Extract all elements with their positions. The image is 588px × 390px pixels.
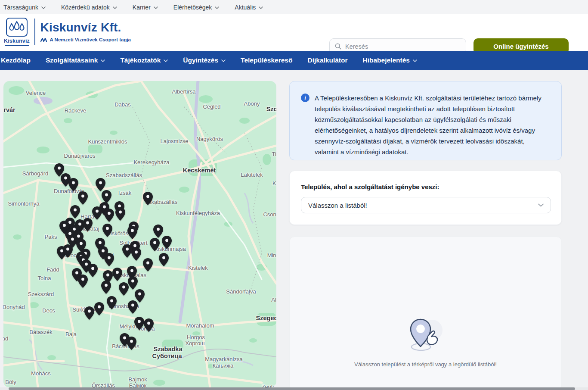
map-pin[interactable] [96,178,105,191]
utility-nav-item-aktu-lis[interactable]: Aktuális [235,4,263,11]
header: Kiskunvíz Kiskunvíz Kft. A Nemzeti Vizmű… [0,14,588,51]
map-pin[interactable] [68,178,78,191]
map-pin[interactable] [128,276,138,290]
map-pin[interactable] [143,258,153,271]
logo-mark: Kiskunvíz [3,18,30,46]
map-base-layers [3,81,276,387]
nv-group-icon [40,38,47,42]
brand-subtitle: A Nemzeti Vizművek Csoport tagja [50,37,131,42]
settlement-select-label: Település, ahol a szolgáltatást igénybe … [301,183,551,190]
map-pin[interactable] [70,205,80,218]
map-pin[interactable] [104,209,114,222]
settlement-select[interactable]: Válasszon a listából! [301,197,551,213]
main-nav: KezdőlapSzolgáltatásainkTájékoztatókÜgyi… [0,51,588,70]
settlement-select-value: Válasszon a listából! [308,202,367,209]
map-pin[interactable] [112,268,122,281]
map-pin[interactable] [84,306,94,320]
search-icon [335,43,341,50]
map-pin[interactable] [78,275,88,288]
map-pin[interactable] [134,317,144,330]
utility-nav: TársaságunkKözérdekű adatokKarrierElérhe… [0,0,588,14]
logo[interactable]: Kiskunvíz Kiskunvíz Kft. A Nemzeti Vizmű… [3,18,131,46]
map-pin[interactable] [128,300,138,314]
map-pin[interactable] [131,247,141,261]
map-pin[interactable] [119,282,129,296]
map-pin[interactable] [150,238,160,251]
map-pin-pointer-icon [405,318,446,355]
utility-nav-item-k-z-rdek-adatok[interactable]: Közérdekű adatok [61,4,117,11]
logo-word: Kiskunvíz [4,38,30,44]
map-pin[interactable] [101,281,111,294]
map-pin[interactable] [88,264,98,277]
main-nav-item-telep-l-skeres-[interactable]: Településkereső [241,56,292,64]
settlement-selector-card: Település, ahol a szolgáltatást igénybe … [289,171,562,225]
brand-title: Kiskunvíz Kft. [40,21,131,34]
empty-state-text: Válasszon települést a térképről vagy a … [354,361,497,368]
map-pin[interactable] [92,206,102,220]
map-pin[interactable] [102,190,111,203]
main-nav-item-d-jkalkul-tor[interactable]: Díjkalkulátor [307,56,347,64]
map-pin[interactable] [127,226,137,239]
map-pin[interactable] [102,224,112,237]
utility-nav-item-t-rsas-gunk[interactable]: Társaságunk [3,4,46,11]
map-pin[interactable] [159,253,169,266]
water-drops-icon [6,18,28,37]
map-pin[interactable] [94,302,104,315]
utility-nav-item-el-rhet-s-gek[interactable]: Elérhetőségek [173,4,220,11]
horizontal-scrollbar [0,387,588,390]
map-pin[interactable] [122,244,132,258]
map-pin[interactable] [107,296,117,309]
page: TársaságunkKözérdekű adatokKarrierElérhe… [0,0,588,390]
info-text: A Településkeresőben a Kiskunvíz Kft. sz… [315,93,549,150]
main-nav-item-t-j-koztat-k[interactable]: Tájékoztatók [120,56,168,64]
main-nav-item-hibabejelent-s[interactable]: Hibabejelentés [362,56,417,64]
logo-underline [5,45,29,46]
search-input[interactable] [345,43,461,50]
main-nav-item-kezd-lap[interactable]: Kezdőlap [1,56,31,64]
map-pin[interactable] [127,337,136,350]
empty-state-card: Válasszon települést a térképről vagy a … [289,237,562,390]
info-icon: i [301,94,309,102]
chevron-down-icon [538,203,544,207]
map-pin[interactable] [144,318,154,332]
map-pin[interactable] [104,253,114,266]
main-nav-item-szolg-ltat-saink[interactable]: Szolgáltatásaink [46,56,105,64]
horizontal-scrollbar-thumb[interactable] [9,387,575,390]
map-pin[interactable] [78,191,88,205]
settlement-map[interactable]: VelenceérvárRáckeveDabasAlbertirsaCegléd… [3,81,276,387]
map-pin[interactable] [83,218,93,231]
utility-nav-item-karrier[interactable]: Karrier [133,4,158,11]
info-box: i A Településkeresőben a Kiskunvíz Kft. … [289,81,562,160]
map-pin[interactable] [162,236,172,249]
brand-divider [34,19,35,45]
map-pin[interactable] [143,192,153,205]
main-nav-item--gyint-z-s[interactable]: Ügyintézés [183,56,226,64]
map-pin[interactable] [63,244,73,258]
map-pin[interactable] [115,207,125,221]
